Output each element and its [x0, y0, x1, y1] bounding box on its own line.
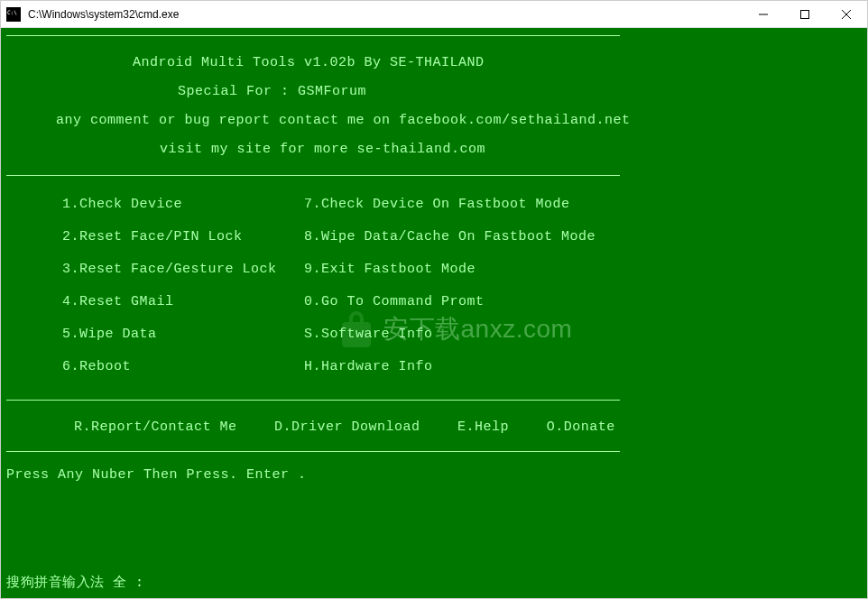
input-prompt: Press Any Nuber Then Press. Enter .: [6, 456, 862, 486]
menu-item-report: R.Report/Contact Me: [74, 417, 237, 438]
svg-rect-1: [801, 10, 809, 18]
maximize-button[interactable]: [784, 1, 826, 27]
menu-row: 4.Reset GMail 0.Go To Command Promt: [6, 286, 862, 318]
menu-item-8: 8.Wipe Data/Cache On Fastboot Mode: [304, 226, 596, 248]
divider: [6, 451, 620, 452]
close-button[interactable]: [826, 1, 867, 27]
menu-item-help: E.Help: [457, 417, 509, 438]
divider: [6, 400, 620, 401]
divider: [6, 175, 620, 176]
menu-item-3: 3.Reset Face/Gesture Lock: [6, 259, 304, 281]
menu-item-h: H.Hardware Info: [304, 356, 433, 378]
menu-area: 1.Check Device 7.Check Device On Fastboo…: [6, 180, 862, 396]
window-controls: [743, 1, 867, 27]
menu-row: 3.Reset Face/Gesture Lock 9.Exit Fastboo…: [6, 253, 862, 286]
menu-item-donate: O.Donate: [547, 417, 615, 438]
header-block: Android Multi Tools v1.02b By SE-THAILAN…: [6, 40, 862, 171]
menu-item-1: 1.Check Device: [6, 194, 304, 216]
menu-item-driver: D.Driver Download: [274, 417, 420, 438]
menu-item-4: 4.Reset GMail: [6, 291, 304, 313]
menu-item-9: 9.Exit Fastboot Mode: [304, 259, 476, 281]
window-title: C:\Windows\system32\cmd.exe: [26, 8, 743, 21]
cmd-window: C:\Windows\system32\cmd.exe Android Mult…: [0, 0, 868, 599]
menu-item-5: 5.Wipe Data: [6, 324, 304, 346]
menu-row: 2.Reset Face/PIN Lock 8.Wipe Data/Cache …: [6, 221, 862, 253]
console-area[interactable]: Android Multi Tools v1.02b By SE-THAILAN…: [1, 28, 867, 598]
cmd-icon: [6, 7, 21, 22]
visit-line: visit my site for more se-thailand.com: [6, 139, 862, 166]
menu-item-0: 0.Go To Command Promt: [304, 291, 485, 313]
divider: [6, 35, 620, 36]
menu-item-2: 2.Reset Face/PIN Lock: [6, 226, 304, 248]
app-title: Android Multi Tools v1.02b By SE-THAILAN…: [6, 45, 862, 81]
menu-item-6: 6.Reboot: [6, 356, 304, 378]
menu-row: 6.Reboot H.Hardware Info: [6, 351, 862, 383]
titlebar: C:\Windows\system32\cmd.exe: [1, 1, 867, 28]
menu-row: 5.Wipe Data S.Software Info: [6, 318, 862, 351]
menu-item-s: S.Software Info: [304, 324, 433, 346]
bottom-menu: R.Report/Contact Me D.Driver Download E.…: [6, 404, 862, 447]
contact-line: any comment or bug report contact me on …: [6, 110, 862, 139]
minimize-button[interactable]: [743, 1, 784, 27]
ime-status: 搜狗拼音输入法 全 :: [6, 573, 144, 594]
special-line: Special For : GSMForum: [6, 81, 862, 110]
menu-row: 1.Check Device 7.Check Device On Fastboo…: [6, 189, 862, 221]
menu-item-7: 7.Check Device On Fastboot Mode: [304, 194, 570, 216]
